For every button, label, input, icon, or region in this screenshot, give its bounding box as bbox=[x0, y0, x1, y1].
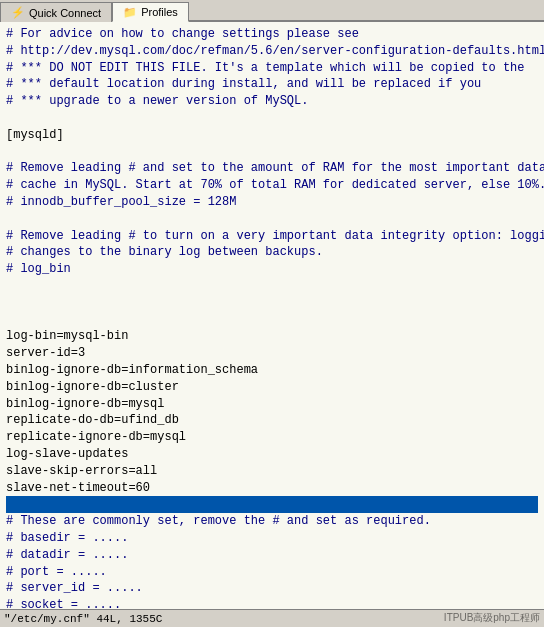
code-line bbox=[6, 312, 538, 329]
code-line: slave-net-timeout=60 bbox=[6, 480, 538, 497]
code-line: # Remove leading # and set to the amount… bbox=[6, 160, 538, 177]
code-line bbox=[6, 211, 538, 228]
code-line bbox=[6, 496, 538, 513]
main-window: ⚡ Quick Connect 📁 Profiles # For advice … bbox=[0, 0, 544, 627]
code-line: log-bin=mysql-bin bbox=[6, 328, 538, 345]
code-line: slave-skip-errors=all bbox=[6, 463, 538, 480]
status-text: "/etc/my.cnf" 44L, 1355C bbox=[4, 613, 162, 625]
code-line: # basedir = ..... bbox=[6, 530, 538, 547]
code-line: # socket = ..... bbox=[6, 597, 538, 609]
tab-quick-connect[interactable]: ⚡ Quick Connect bbox=[0, 2, 112, 22]
tab-bar: ⚡ Quick Connect 📁 Profiles bbox=[0, 0, 544, 22]
tab-quick-connect-label: Quick Connect bbox=[29, 7, 101, 19]
code-line: [mysqld] bbox=[6, 127, 538, 144]
code-line: # For advice on how to change settings p… bbox=[6, 26, 538, 43]
watermark: ITPUB高级php工程师 bbox=[444, 611, 540, 625]
code-line bbox=[6, 295, 538, 312]
code-line: binlog-ignore-db=cluster bbox=[6, 379, 538, 396]
code-line: # These are commonly set, remove the # a… bbox=[6, 513, 538, 530]
status-bar: "/etc/my.cnf" 44L, 1355C ITPUB高级php工程师 bbox=[0, 609, 544, 627]
code-line: # Remove leading # to turn on a very imp… bbox=[6, 228, 538, 245]
lightning-icon: ⚡ bbox=[11, 6, 25, 19]
tab-profiles-label: Profiles bbox=[141, 6, 178, 18]
code-line: # *** DO NOT EDIT THIS FILE. It's a temp… bbox=[6, 60, 538, 77]
code-line: replicate-ignore-db=mysql bbox=[6, 429, 538, 446]
code-line: # log_bin bbox=[6, 261, 538, 278]
code-line: # innodb_buffer_pool_size = 128M bbox=[6, 194, 538, 211]
tab-profiles[interactable]: 📁 Profiles bbox=[112, 2, 189, 22]
folder-icon: 📁 bbox=[123, 6, 137, 19]
code-editor[interactable]: # For advice on how to change settings p… bbox=[0, 22, 544, 609]
code-line: # http://dev.mysql.com/doc/refman/5.6/en… bbox=[6, 43, 538, 60]
code-line: # cache in MySQL. Start at 70% of total … bbox=[6, 177, 538, 194]
code-line: server-id=3 bbox=[6, 345, 538, 362]
code-line: # server_id = ..... bbox=[6, 580, 538, 597]
code-line: replicate-do-db=ufind_db bbox=[6, 412, 538, 429]
code-line bbox=[6, 144, 538, 161]
code-line: log-slave-updates bbox=[6, 446, 538, 463]
code-line: binlog-ignore-db=information_schema bbox=[6, 362, 538, 379]
code-line: # changes to the binary log between back… bbox=[6, 244, 538, 261]
code-line: # datadir = ..... bbox=[6, 547, 538, 564]
content-area: # For advice on how to change settings p… bbox=[0, 22, 544, 609]
code-line: binlog-ignore-db=mysql bbox=[6, 396, 538, 413]
code-line: # port = ..... bbox=[6, 564, 538, 581]
code-line bbox=[6, 278, 538, 295]
code-line bbox=[6, 110, 538, 127]
code-line: # *** default location during install, a… bbox=[6, 76, 538, 93]
code-line: # *** upgrade to a newer version of MySQ… bbox=[6, 93, 538, 110]
